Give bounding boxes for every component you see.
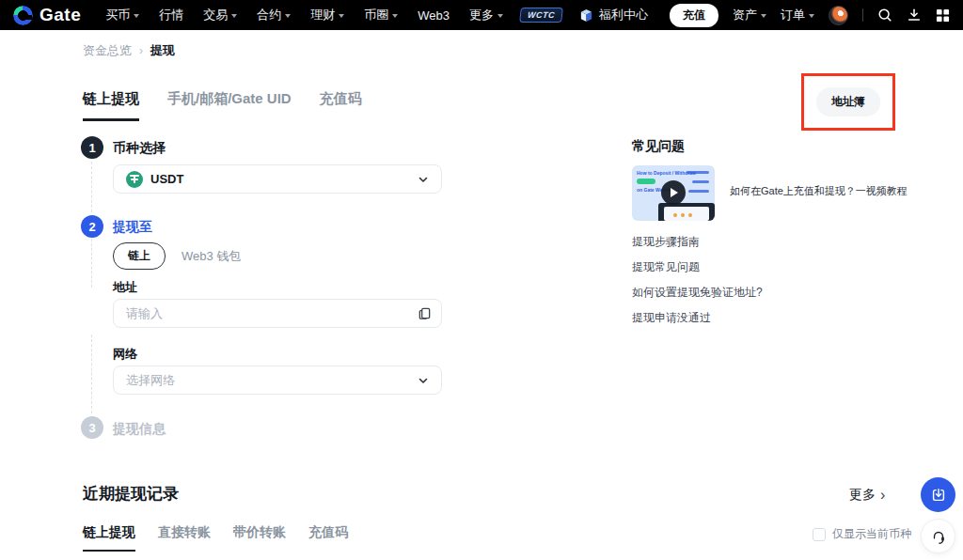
step-connector [91, 334, 92, 413]
tutorial-video-thumbnail[interactable]: How to Deposit / Withdraw on Gate Websit… [632, 165, 715, 221]
onchain-toggle-button[interactable]: 链上 [113, 242, 166, 270]
paste-icon[interactable] [418, 306, 432, 320]
breadcrumb-funds-overview[interactable]: 资金总览 [83, 42, 132, 59]
faq-link-withdraw-guide[interactable]: 提现步骤指南 [632, 234, 700, 250]
gate-logo[interactable]: Gate [13, 5, 81, 25]
chevron-right-icon: › [880, 487, 885, 504]
more-label: 更多 [849, 487, 876, 504]
address-label: 地址 [113, 279, 137, 296]
step-1-title: 币种选择 [113, 140, 166, 157]
video-thumb-dot [681, 213, 685, 217]
step-connector [91, 162, 92, 212]
search-icon[interactable] [877, 8, 892, 23]
annotation-highlight-box: 地址簿 [801, 73, 895, 131]
address-input[interactable] [113, 299, 442, 328]
nav-item-assets[interactable]: 资产 [733, 7, 766, 23]
nav-item-more[interactable]: 更多 [469, 7, 503, 23]
chevron-down-icon [809, 14, 814, 18]
recent-withdrawals-title: 近期提现记录 [83, 483, 179, 505]
nav-item-orders[interactable]: 订单 [781, 7, 814, 23]
step-3-badge: 3 [81, 416, 103, 439]
nav-label: 币圈 [364, 7, 388, 23]
top-navbar: Gate 买币 行情 交易 合约 理财 币圈 Web3 更多 WCTC 福利中心… [0, 0, 963, 30]
chevron-down-icon [134, 14, 139, 18]
nav-label: 合约 [257, 7, 281, 23]
faq-link-withdraw-rejected[interactable]: 提现申请没通过 [632, 310, 711, 326]
benefits-label: 福利中心 [599, 7, 648, 23]
video-thumb-dot [688, 213, 692, 217]
nav-item-markets[interactable]: 行情 [159, 7, 183, 23]
address-book-button[interactable]: 地址簿 [816, 87, 880, 117]
network-placeholder: 选择网络 [126, 372, 175, 389]
customer-service-fab[interactable] [921, 519, 955, 553]
tab-onchain-withdraw[interactable]: 链上提现 [83, 90, 139, 121]
download-app-icon[interactable] [907, 8, 922, 23]
faq-title: 常见问题 [632, 138, 685, 155]
step-1-badge: 1 [81, 136, 103, 159]
nav-item-buy-crypto[interactable]: 买币 [105, 7, 139, 23]
usdt-icon [126, 171, 143, 188]
history-tabs: 链上提现 直接转账 带价转账 充值码 [83, 524, 348, 552]
headset-icon [930, 528, 947, 545]
nav-label: 交易 [203, 7, 228, 23]
history-tab-priced-transfer[interactable]: 带价转账 [233, 524, 286, 552]
quick-withdraw-fab[interactable] [921, 477, 955, 512]
video-thumb-screen [664, 207, 709, 221]
network-label: 网络 [113, 346, 137, 363]
wctc-badge[interactable]: WCTC [519, 8, 563, 23]
step-connector [91, 239, 92, 288]
history-tab-deposit-code[interactable]: 充值码 [308, 524, 348, 552]
chevron-down-icon [392, 14, 398, 18]
breadcrumb: 资金总览 › 提现 [83, 42, 175, 59]
navbar-right: 充值 资产 订单 [670, 4, 950, 27]
video-thumb-decor [687, 171, 709, 174]
chevron-down-icon [231, 14, 237, 18]
faq-link-withdraw-faq[interactable]: 提现常见问题 [632, 259, 700, 275]
nav-label: Web3 [418, 8, 450, 23]
chevron-down-icon [761, 14, 766, 18]
video-thumb-decor [688, 190, 709, 193]
nav-item-square[interactable]: 币圈 [364, 7, 398, 23]
more-link[interactable]: 更多 › [849, 487, 885, 504]
tutorial-video-caption[interactable]: 如何在Gate上充值和提现？一视频教程 [730, 184, 908, 198]
step-3-title: 提现信息 [113, 421, 166, 438]
deposit-button[interactable]: 充值 [670, 4, 718, 27]
assets-label: 资产 [733, 7, 757, 23]
withdraw-icon [930, 487, 947, 504]
tab-phone-email-uid[interactable]: 手机/邮箱/Gate UID [167, 90, 292, 121]
play-button-icon[interactable] [661, 180, 686, 205]
web3-wallet-toggle[interactable]: Web3 钱包 [182, 248, 241, 265]
chevron-down-icon [285, 14, 291, 18]
breadcrumb-separator: › [139, 44, 143, 57]
network-select[interactable]: 选择网络 [113, 366, 442, 395]
user-avatar[interactable] [829, 6, 848, 25]
history-tab-onchain[interactable]: 链上提现 [83, 524, 135, 552]
divider [862, 8, 863, 22]
video-thumb-dot [673, 213, 677, 217]
nav-item-benefits-center[interactable]: 福利中心 [579, 7, 648, 23]
tab-deposit-code[interactable]: 充值码 [320, 90, 362, 121]
main-nav: 买币 行情 交易 合约 理财 币圈 Web3 更多 [105, 7, 503, 23]
current-coin-checkbox[interactable] [813, 528, 826, 541]
chevron-down-icon [339, 14, 344, 18]
history-tab-direct-transfer[interactable]: 直接转账 [158, 524, 211, 552]
nav-item-earn[interactable]: 理财 [310, 7, 344, 23]
nav-label: 买币 [105, 7, 130, 23]
nav-item-trade[interactable]: 交易 [203, 7, 237, 23]
coin-select[interactable]: USDT [113, 164, 442, 194]
step-2-badge: 2 [81, 215, 103, 238]
current-coin-filter-label: 仅显示当前币种 [832, 526, 911, 542]
breadcrumb-withdraw: 提现 [150, 42, 175, 59]
nav-label: 行情 [159, 7, 183, 23]
nav-item-futures[interactable]: 合约 [257, 7, 291, 23]
gate-logo-text: Gate [39, 5, 81, 25]
nav-label: 理财 [310, 7, 335, 23]
nav-item-web3[interactable]: Web3 [418, 8, 450, 23]
apps-grid-icon[interactable] [936, 8, 950, 23]
faq-link-whitelist-address[interactable]: 如何设置提现免验证地址? [632, 285, 763, 301]
chevron-down-icon [418, 174, 429, 185]
step-2-title: 提现至 [113, 219, 152, 236]
nav-label: 更多 [469, 7, 494, 23]
chevron-down-icon [418, 375, 429, 386]
current-coin-filter: 仅显示当前币种 [813, 526, 911, 542]
